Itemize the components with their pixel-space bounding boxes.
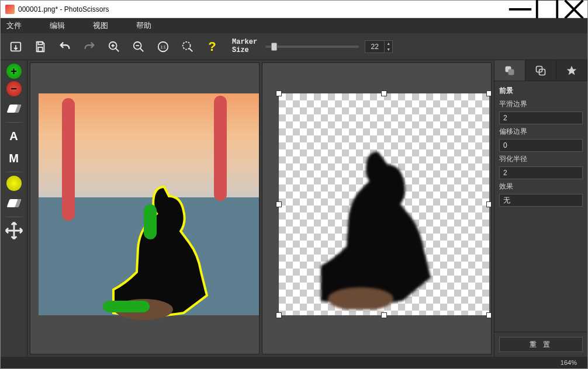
marker-size-input[interactable]: ▲▼ [365,40,393,53]
redo-button[interactable] [81,39,98,55]
toolbar: 1:1 ? MarkerSize ▲▼ [1,33,587,60]
marker-size-down[interactable]: ▼ [384,47,392,53]
menu-edit[interactable]: 编辑 [50,20,65,31]
offset-input[interactable] [500,141,588,149]
svg-rect-21 [509,69,514,75]
move-tool[interactable] [4,221,24,241]
zoom-actual-button[interactable]: 1:1 [155,39,171,55]
open-button[interactable] [8,39,24,55]
source-image [39,93,259,315]
separator [5,122,23,123]
highlight-tool[interactable] [6,176,22,191]
svg-line-12 [140,48,144,51]
tab-background[interactable] [525,60,556,81]
menu-file[interactable]: 文件 [6,20,22,31]
undo-button[interactable] [57,39,73,55]
help-icon: ? [208,39,216,54]
menu-help[interactable]: 帮助 [136,20,151,31]
zoom-in-button[interactable] [106,39,122,55]
menubar: 文件 编辑 视图 帮助 [1,18,587,33]
source-canvas[interactable] [30,62,260,354]
svg-rect-6 [38,47,42,51]
zoom-level: 164% [561,359,577,366]
save-button[interactable] [32,39,49,55]
minimize-button[interactable] [507,1,534,18]
zoom-fit-button[interactable] [179,39,196,55]
feather-label: 羽化半径 [499,154,583,164]
feather-input[interactable] [500,169,588,177]
eraser2-tool[interactable] [4,193,24,213]
properties-panel: 前景 平滑边界 ▲▼ 偏移边界 ▲▼ 羽化半径 ▲▼ 效果 ▼ 重 置 [494,60,587,357]
feather-field[interactable]: ▲▼ [499,166,583,179]
help-button[interactable]: ? [204,39,220,55]
eraser-icon [6,105,21,113]
eraser-icon [6,199,21,207]
auto-tool[interactable]: A [4,126,24,146]
app-icon [5,5,15,14]
svg-rect-1 [537,0,558,19]
titlebar: 000001.png* - PhotoScissors [1,1,587,18]
eraser-tool[interactable] [4,99,24,119]
manual-tool[interactable]: M [4,148,24,168]
resize-handle-s[interactable] [381,312,387,318]
panel-heading: 前景 [499,85,583,97]
smooth-field[interactable]: ▲▼ [499,112,583,124]
smooth-input[interactable] [500,114,588,122]
close-button[interactable] [561,1,587,18]
resize-handle-ne[interactable] [486,90,492,96]
smooth-label: 平滑边界 [499,99,583,109]
resize-handle-e[interactable] [486,201,492,207]
window-title: 000001.png* - PhotoScissors [18,5,507,13]
slider-thumb[interactable] [271,43,277,51]
result-canvas[interactable] [262,62,492,354]
marker-size-slider[interactable] [265,46,359,48]
transparency-grid [279,93,489,315]
effect-field[interactable]: ▼ [499,194,583,207]
effect-select[interactable] [500,196,588,204]
separator [5,217,23,217]
svg-line-8 [116,48,119,51]
resize-handle-sw[interactable] [276,312,282,318]
svg-marker-24 [567,65,577,75]
resize-handle-se[interactable] [486,312,492,318]
resize-handle-n[interactable] [381,90,387,96]
marker-size-up[interactable]: ▲ [384,41,392,47]
svg-rect-5 [38,41,42,44]
background-marker-tool[interactable]: − [6,81,22,96]
tab-layers[interactable] [494,60,525,81]
marker-size-value[interactable] [365,43,384,51]
resize-handle-nw[interactable] [276,90,282,96]
foreground-marker-tool[interactable]: + [6,64,22,79]
svg-text:1:1: 1:1 [161,44,166,48]
statusbar: 164% [1,357,587,368]
separator [5,172,23,172]
offset-field[interactable]: ▲▼ [499,139,583,152]
offset-label: 偏移边界 [499,127,583,137]
zoom-out-button[interactable] [130,39,147,55]
svg-line-17 [189,48,193,51]
maximize-button[interactable] [534,1,561,18]
resize-handle-w[interactable] [276,201,282,207]
effect-label: 效果 [499,182,583,192]
tab-effects[interactable] [556,60,587,81]
reset-button[interactable]: 重 置 [499,337,583,352]
svg-point-16 [183,41,191,49]
marker-size-label: MarkerSize [232,39,257,54]
side-toolbar: + − A M [1,60,27,357]
result-image [320,146,437,309]
menu-view[interactable]: 视图 [93,20,108,31]
